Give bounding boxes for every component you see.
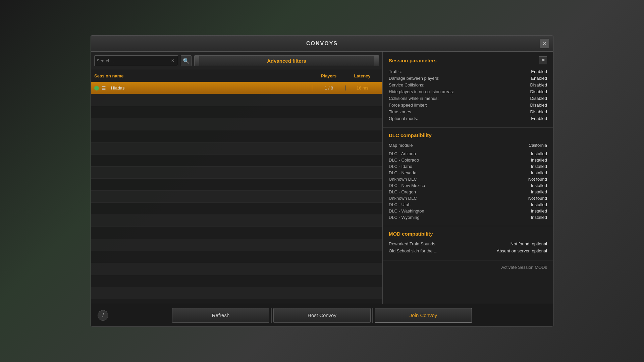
table-row[interactable] bbox=[91, 287, 382, 299]
session-parameters-icon[interactable]: ⚑ bbox=[539, 56, 547, 64]
mod-table: Reworked Train Sounds Not found, optiona… bbox=[389, 241, 547, 253]
dlc-row: DLC - Arizona Installed bbox=[389, 151, 547, 156]
join-convoy-button[interactable]: Join Convoy bbox=[375, 308, 472, 323]
dlc-value: Installed bbox=[531, 189, 547, 194]
mod-compatibility-section: MOD compatibility Reworked Train Sounds … bbox=[383, 226, 553, 260]
dlc-label: DLC - Wyoming bbox=[389, 215, 420, 220]
mod-label: Old School skin for the ... bbox=[389, 248, 497, 253]
dlc-value: Installed bbox=[531, 151, 547, 156]
map-module-value: California bbox=[529, 143, 547, 148]
param-value: Disabled bbox=[530, 109, 547, 114]
session-icon: ☰ bbox=[102, 85, 108, 91]
param-label: Time zones bbox=[389, 109, 411, 114]
session-parameters-section: Session parameters ⚑ Traffic: Enabled Da… bbox=[383, 52, 553, 128]
dlc-value: Installed bbox=[531, 170, 547, 175]
table-row[interactable] bbox=[91, 227, 382, 239]
refresh-button[interactable]: Refresh bbox=[172, 308, 269, 323]
dlc-row: DLC - Colorado Installed bbox=[389, 158, 547, 163]
param-value: Disabled bbox=[530, 82, 547, 87]
close-button[interactable]: ✕ bbox=[540, 39, 549, 48]
table-body: ☰ Hladas 1 / 8 16 ms bbox=[91, 82, 382, 304]
column-session-name: Session name bbox=[94, 73, 312, 78]
dialog-titlebar: CONVOYS ✕ bbox=[91, 36, 553, 52]
param-row: Collisions while in menus: Disabled bbox=[389, 96, 547, 101]
table-row[interactable]: ☰ Hladas 1 / 8 16 ms bbox=[91, 82, 382, 94]
dlc-value: Not found bbox=[528, 177, 547, 182]
info-button[interactable]: i bbox=[98, 310, 108, 321]
session-players: 1 / 8 bbox=[312, 85, 345, 90]
host-convoy-button[interactable]: Host Convoy bbox=[273, 308, 371, 323]
table-row[interactable] bbox=[91, 251, 382, 263]
table-header: Session name Players Latency bbox=[91, 70, 382, 82]
dlc-map-row: Map module California bbox=[389, 143, 547, 148]
dlc-table: Map module California DLC - Arizona Inst… bbox=[389, 143, 547, 220]
dlc-label: DLC - Colorado bbox=[389, 158, 419, 163]
param-label: Traffic: bbox=[389, 69, 402, 74]
dialog-overlay: CONVOYS ✕ ✕ 🔍 Advanced filters bbox=[0, 0, 644, 362]
mod-label: Reworked Train Sounds bbox=[389, 241, 511, 246]
table-row[interactable] bbox=[91, 263, 382, 275]
dlc-row: DLC - Wyoming Installed bbox=[389, 215, 547, 220]
param-row: Hide players in no-collision areas: Disa… bbox=[389, 89, 547, 94]
search-icon: 🔍 bbox=[183, 58, 190, 64]
param-label: Damage between players: bbox=[389, 76, 439, 81]
param-value: Disabled bbox=[530, 96, 547, 101]
dlc-row: DLC - Washington Installed bbox=[389, 208, 547, 214]
param-label: Service Collisions: bbox=[389, 82, 424, 87]
param-value: Enabled bbox=[531, 69, 547, 74]
table-row[interactable] bbox=[91, 118, 382, 130]
dlc-value: Installed bbox=[531, 183, 547, 188]
dlc-value: Installed bbox=[531, 215, 547, 220]
param-row: Service Collisions: Disabled bbox=[389, 82, 547, 87]
column-players: Players bbox=[312, 73, 345, 78]
table-row[interactable] bbox=[91, 299, 382, 304]
param-value: Enabled bbox=[531, 76, 547, 81]
param-label: Collisions while in menus: bbox=[389, 96, 439, 101]
dlc-value: Installed bbox=[531, 202, 547, 207]
session-latency: 16 ms bbox=[345, 85, 379, 90]
dlc-label: DLC - Washington bbox=[389, 208, 424, 214]
mod-row: Reworked Train Sounds Not found, optiona… bbox=[389, 241, 547, 246]
table-row[interactable] bbox=[91, 203, 382, 215]
param-label: Optional mods: bbox=[389, 116, 418, 121]
mod-compatibility-header: MOD compatibility bbox=[389, 231, 547, 237]
activate-session-mods-button[interactable]: Activate Session MODs bbox=[501, 265, 547, 270]
map-module-label: Map module bbox=[389, 143, 413, 148]
bottom-bar: i Refresh Host Convoy Join Convoy bbox=[91, 304, 553, 326]
table-row[interactable] bbox=[91, 179, 382, 191]
table-row[interactable] bbox=[91, 142, 382, 155]
param-row: Optional mods: Enabled bbox=[389, 116, 547, 121]
dlc-row: DLC - Oregon Installed bbox=[389, 189, 547, 194]
mod-value: Absent on server, optional bbox=[497, 248, 547, 253]
dialog-title: CONVOYS bbox=[306, 41, 338, 47]
search-button[interactable]: 🔍 bbox=[181, 55, 192, 66]
search-input[interactable] bbox=[97, 58, 171, 63]
dlc-label: DLC - New Mexico bbox=[389, 183, 425, 188]
column-latency: Latency bbox=[345, 73, 379, 78]
dialog-body: ✕ 🔍 Advanced filters Session name Player… bbox=[91, 52, 553, 304]
table-row[interactable] bbox=[91, 275, 382, 287]
dlc-label: DLC - Arizona bbox=[389, 151, 416, 156]
button-separator bbox=[372, 308, 373, 323]
table-row[interactable] bbox=[91, 191, 382, 203]
table-row[interactable] bbox=[91, 94, 382, 106]
table-row[interactable] bbox=[91, 106, 382, 118]
status-indicator bbox=[94, 86, 99, 90]
param-value: Enabled bbox=[531, 116, 547, 121]
search-container: ✕ bbox=[94, 55, 178, 66]
table-row[interactable] bbox=[91, 155, 382, 167]
table-row[interactable] bbox=[91, 167, 382, 179]
mod-row: Old School skin for the ... Absent on se… bbox=[389, 248, 547, 253]
dlc-label: DLC - Nevada bbox=[389, 170, 416, 175]
search-clear-icon[interactable]: ✕ bbox=[171, 58, 174, 63]
dlc-value: Not found bbox=[528, 196, 547, 201]
session-parameters-title: Session parameters bbox=[389, 58, 437, 63]
mod-compatibility-title: MOD compatibility bbox=[389, 231, 433, 237]
advanced-filters-label: Advanced filters bbox=[267, 58, 306, 64]
advanced-filters-button[interactable]: Advanced filters bbox=[194, 55, 379, 66]
param-row: Damage between players: Enabled bbox=[389, 76, 547, 81]
table-row[interactable] bbox=[91, 215, 382, 227]
dlc-label: DLC - Oregon bbox=[389, 189, 416, 194]
table-row[interactable] bbox=[91, 239, 382, 251]
table-row[interactable] bbox=[91, 130, 382, 142]
